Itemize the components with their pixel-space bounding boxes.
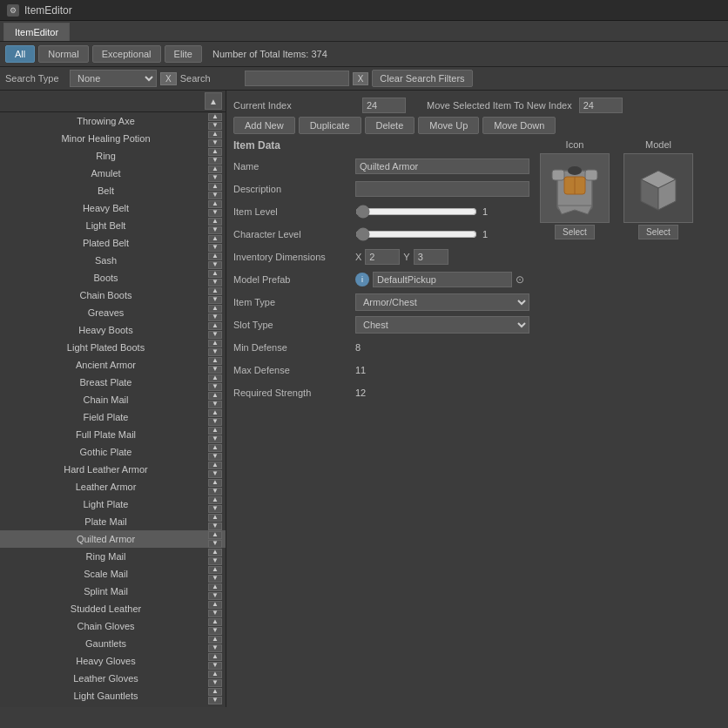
list-item-up-btn[interactable]: ▲ bbox=[208, 636, 222, 644]
list-item-up-btn[interactable]: ▲ bbox=[208, 409, 222, 417]
list-item-down-btn[interactable]: ▼ bbox=[208, 679, 222, 687]
list-item-down-btn[interactable]: ▼ bbox=[208, 575, 222, 583]
list-item-up-btn[interactable]: ▲ bbox=[208, 549, 222, 556]
list-item-up-btn[interactable]: ▲ bbox=[208, 496, 222, 504]
search-clear-btn[interactable]: X bbox=[353, 72, 369, 85]
list-item-up-btn[interactable]: ▲ bbox=[208, 357, 222, 365]
move-index-input[interactable] bbox=[579, 98, 623, 113]
delete-btn[interactable]: Delete bbox=[365, 117, 415, 134]
list-item[interactable]: Leather Armor▲▼ bbox=[0, 478, 226, 495]
list-item-down-btn[interactable]: ▼ bbox=[208, 261, 222, 269]
filter-elite-btn[interactable]: Elite bbox=[165, 45, 202, 63]
list-item-down-btn[interactable]: ▼ bbox=[208, 522, 222, 530]
list-item[interactable]: Chain Mail▲▼ bbox=[0, 391, 226, 408]
filter-all-btn[interactable]: All bbox=[5, 45, 35, 63]
list-item[interactable]: Throwing Axe▲▼ bbox=[0, 112, 226, 130]
clear-search-btn[interactable]: Clear Search Filters bbox=[372, 70, 472, 87]
list-item-down-btn[interactable]: ▼ bbox=[208, 209, 222, 217]
list-item-up-btn[interactable]: ▲ bbox=[208, 305, 222, 313]
list-item-up-btn[interactable]: ▲ bbox=[208, 322, 222, 330]
list-item-down-btn[interactable]: ▼ bbox=[208, 331, 222, 339]
list-item[interactable]: Light Gauntlets▲▼ bbox=[0, 687, 226, 704]
list-item-down-btn[interactable]: ▼ bbox=[208, 610, 222, 617]
list-item-down-btn[interactable]: ▼ bbox=[208, 644, 222, 652]
list-item[interactable]: Sash▲▼ bbox=[0, 252, 226, 269]
list-item[interactable]: Gothic Plate▲▼ bbox=[0, 443, 226, 461]
list-item-up-btn[interactable]: ▲ bbox=[208, 671, 222, 678]
list-item-down-btn[interactable]: ▼ bbox=[208, 139, 222, 147]
prefab-target-icon[interactable]: ⊙ bbox=[516, 273, 524, 286]
list-item[interactable]: Plated Belt▲▼ bbox=[0, 234, 226, 252]
list-item-down-btn[interactable]: ▼ bbox=[208, 627, 222, 635]
list-item-up-btn[interactable]: ▲ bbox=[208, 479, 222, 487]
list-item-down-btn[interactable]: ▼ bbox=[208, 505, 222, 513]
list-item-down-btn[interactable]: ▼ bbox=[208, 557, 222, 565]
list-item-down-btn[interactable]: ▼ bbox=[208, 296, 222, 304]
list-item-up-btn[interactable]: ▲ bbox=[208, 253, 222, 260]
list-item-down-btn[interactable]: ▼ bbox=[208, 226, 222, 234]
list-item-down-btn[interactable]: ▼ bbox=[208, 453, 222, 461]
list-item-down-btn[interactable]: ▼ bbox=[208, 192, 222, 199]
list-item-up-btn[interactable]: ▲ bbox=[208, 392, 222, 400]
list-item-down-btn[interactable]: ▼ bbox=[208, 488, 222, 495]
list-item[interactable]: Chain Boots▲▼ bbox=[0, 286, 226, 304]
list-item-up-btn[interactable]: ▲ bbox=[208, 200, 222, 208]
duplicate-btn[interactable]: Duplicate bbox=[299, 117, 361, 134]
list-item-down-btn[interactable]: ▼ bbox=[208, 592, 222, 600]
move-down-btn[interactable]: Move Down bbox=[482, 117, 556, 134]
list-item-down-btn[interactable]: ▼ bbox=[208, 122, 222, 130]
list-item[interactable]: Leather Gloves▲▼ bbox=[0, 670, 226, 687]
list-item[interactable]: Greaves▲▼ bbox=[0, 304, 226, 321]
list-item[interactable]: Gauntlets▲▼ bbox=[0, 635, 226, 652]
search-type-clear-btn[interactable]: X bbox=[160, 72, 177, 85]
model-prefab-input[interactable] bbox=[373, 272, 512, 287]
list-item-up-btn[interactable]: ▲ bbox=[208, 618, 222, 626]
list-item-up-btn[interactable]: ▲ bbox=[208, 462, 222, 469]
list-item-down-btn[interactable]: ▼ bbox=[208, 470, 222, 478]
list-item-down-btn[interactable]: ▼ bbox=[208, 418, 222, 426]
list-item[interactable]: Light Belt▲▼ bbox=[0, 217, 226, 234]
description-input[interactable] bbox=[355, 181, 529, 197]
list-item-down-btn[interactable]: ▼ bbox=[208, 366, 222, 374]
list-item-down-btn[interactable]: ▼ bbox=[208, 157, 222, 165]
list-item[interactable]: Light Plated Boots▲▼ bbox=[0, 339, 226, 356]
list-item[interactable]: Heavy Boots▲▼ bbox=[0, 321, 226, 339]
move-up-btn[interactable]: Move Up bbox=[418, 117, 479, 134]
list-item[interactable]: Hard Leather Armor▲▼ bbox=[0, 461, 226, 478]
list-item[interactable]: Ring Mail▲▼ bbox=[0, 548, 226, 565]
inv-dim-y[interactable] bbox=[414, 249, 448, 265]
list-item-down-btn[interactable]: ▼ bbox=[208, 174, 222, 182]
list-item-up-btn[interactable]: ▲ bbox=[208, 653, 222, 661]
list-item-up-btn[interactable]: ▲ bbox=[208, 287, 222, 295]
list-item-up-btn[interactable]: ▲ bbox=[208, 183, 222, 191]
list-item-up-btn[interactable]: ▲ bbox=[208, 165, 222, 173]
list-item[interactable]: Splint Mail▲▼ bbox=[0, 583, 226, 600]
list-item-up-btn[interactable]: ▲ bbox=[208, 148, 222, 156]
list-item-up-btn[interactable]: ▲ bbox=[208, 113, 222, 121]
list-item-down-btn[interactable]: ▼ bbox=[208, 279, 222, 286]
list-item-up-btn[interactable]: ▲ bbox=[208, 131, 222, 138]
list-item[interactable]: Heavy Gloves▲▼ bbox=[0, 652, 226, 670]
list-item-up-btn[interactable]: ▲ bbox=[208, 427, 222, 435]
search-input[interactable] bbox=[245, 71, 349, 86]
tab-item-editor[interactable]: ItemEditor bbox=[3, 23, 70, 41]
list-item-up-btn[interactable]: ▲ bbox=[208, 218, 222, 226]
list-item[interactable]: Minor Healing Potion▲▼ bbox=[0, 130, 226, 147]
list-item-up-btn[interactable]: ▲ bbox=[208, 688, 222, 696]
list-item[interactable]: Boots▲▼ bbox=[0, 269, 226, 286]
model-select-btn[interactable]: Select bbox=[638, 225, 678, 239]
list-item-up-btn[interactable]: ▲ bbox=[208, 583, 222, 591]
list-item-up-btn[interactable]: ▲ bbox=[208, 374, 222, 382]
icon-select-btn[interactable]: Select bbox=[555, 225, 595, 239]
list-item-up-btn[interactable]: ▲ bbox=[208, 235, 222, 243]
search-type-select[interactable]: None bbox=[70, 70, 157, 87]
name-input[interactable] bbox=[355, 158, 529, 174]
char-level-slider[interactable] bbox=[355, 227, 477, 241]
list-item-up-btn[interactable]: ▲ bbox=[208, 514, 222, 522]
list-item[interactable]: Full Plate Mail▲▼ bbox=[0, 426, 226, 443]
list-item-up-btn[interactable]: ▲ bbox=[208, 566, 222, 574]
list-item-up-btn[interactable]: ▲ bbox=[208, 340, 222, 347]
list-item[interactable]: Amulet▲▼ bbox=[0, 165, 226, 182]
add-new-btn[interactable]: Add New bbox=[233, 117, 295, 134]
item-level-slider[interactable] bbox=[355, 205, 477, 219]
